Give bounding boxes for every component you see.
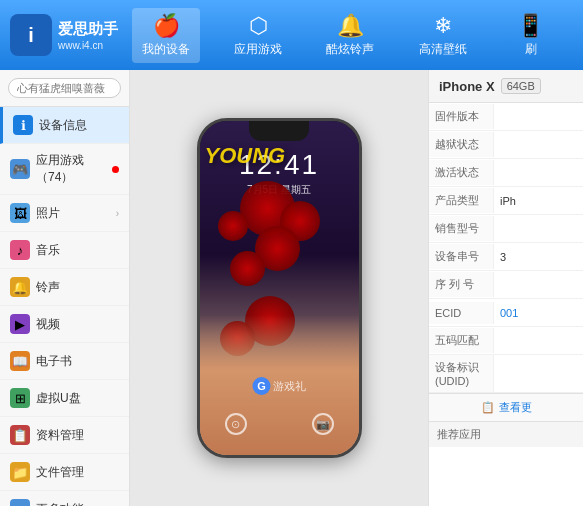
file-mgmt-sidebar-icon: 📁 [10, 462, 30, 482]
phone-notch [249, 121, 309, 141]
five-code-key: 五码匹配 [429, 328, 494, 353]
nav-apps-games[interactable]: ⬡ 应用游戏 [224, 8, 292, 63]
device-header: iPhone X 64GB [429, 70, 583, 103]
sidebar-item-video[interactable]: ▶ 视频 [0, 306, 129, 343]
product-type-val: iPh [494, 190, 574, 212]
red-blob-4 [218, 211, 248, 241]
info-row-five-code: 五码匹配 [429, 327, 583, 355]
apps-badge [112, 166, 119, 173]
sidebar-apps-label: 应用游戏（74） [36, 152, 110, 186]
product-type-key: 产品类型 [429, 188, 494, 213]
five-code-val [494, 336, 583, 346]
nav-ringtones-label: 酷炫铃声 [326, 41, 374, 58]
brand-url: www.i4.cn [58, 39, 118, 53]
serial-key: 设备串号 [429, 244, 494, 269]
firmware-val [494, 112, 583, 122]
logo-area: i 爱思助手 www.i4.cn [10, 14, 120, 56]
camera-icon: 📷 [312, 413, 334, 435]
info-row-sequence: 序 列 号 [429, 271, 583, 299]
sidebar-search-area [0, 70, 129, 107]
red-blob-5 [230, 251, 265, 286]
more-funcs-sidebar-icon: ⋯ [10, 499, 30, 506]
jailbreak-key: 越狱状态 [429, 132, 494, 157]
query-button[interactable]: 📋 查看更 [429, 393, 583, 421]
apple-icon: 🍎 [153, 13, 180, 39]
ecid-val: 001 [494, 302, 583, 324]
sidebar-item-apps[interactable]: 🎮 应用游戏（74） [0, 144, 129, 195]
sidebar-music-label: 音乐 [36, 242, 119, 259]
sequence-val [494, 280, 583, 290]
nav-apps-label: 应用游戏 [234, 41, 282, 58]
info-row-firmware: 固件版本 [429, 103, 583, 131]
info-row-sales-model: 销售型号 [429, 215, 583, 243]
usb-sidebar-icon: ⊞ [10, 388, 30, 408]
header: i 爱思助手 www.i4.cn 🍎 我的设备 ⬡ 应用游戏 🔔 酷炫铃声 ❄ … [0, 0, 583, 70]
game-label: 游戏礼 [273, 379, 306, 394]
sidebar-more-label: 更多功能 [36, 501, 110, 507]
game-g-icon: G [253, 377, 271, 395]
nav-wallpapers-label: 高清壁纸 [419, 41, 467, 58]
info-row-product-type: 产品类型 iPh [429, 187, 583, 215]
info-table: 固件版本 越狱状态 激活状态 产品类型 iPh 销售型号 设备串号 3 [429, 103, 583, 393]
nav-my-device[interactable]: 🍎 我的设备 [132, 8, 200, 63]
phone-screen: YOUNG 12:41 7月5日 星期五 G [200, 121, 359, 455]
sidebar-item-data-mgmt[interactable]: 📋 资料管理 [0, 417, 129, 454]
sidebar-item-music[interactable]: ♪ 音乐 [0, 232, 129, 269]
sales-model-val [494, 224, 583, 234]
device-storage: 64GB [501, 78, 541, 94]
sidebar-item-usb[interactable]: ⊞ 虚拟U盘 [0, 380, 129, 417]
nav-flash-label: 刷 [525, 41, 537, 58]
nav-items: 🍎 我的设备 ⬡ 应用游戏 🔔 酷炫铃声 ❄ 高清壁纸 📱 刷 [120, 8, 573, 63]
sidebar-usb-label: 虚拟U盘 [36, 390, 119, 407]
nav-wallpapers[interactable]: ❄ 高清壁纸 [409, 8, 477, 63]
sidebar-item-device-info[interactable]: ℹ 设备信息 [0, 107, 129, 144]
ringtones-sidebar-icon: 🔔 [10, 277, 30, 297]
sidebar-item-more-funcs[interactable]: ⋯ 更多功能 [0, 491, 129, 506]
music-sidebar-icon: ♪ [10, 240, 30, 260]
sidebar-photos-label: 照片 [36, 205, 116, 222]
udid-val [494, 369, 583, 379]
device-name: iPhone X [439, 79, 495, 94]
sidebar-video-label: 视频 [36, 316, 119, 333]
logo-icon: i [10, 14, 52, 56]
ecid-key: ECID [429, 302, 494, 324]
flashlight-icon: ⊙ [225, 413, 247, 435]
data-mgmt-sidebar-icon: 📋 [10, 425, 30, 445]
info-row-activation: 激活状态 [429, 159, 583, 187]
phone-preview-area: YOUNG 12:41 7月5日 星期五 G [130, 70, 428, 506]
info-row-jailbreak: 越狱状态 [429, 131, 583, 159]
brand-name: 爱思助手 [58, 18, 118, 39]
sidebar-item-ringtones[interactable]: 🔔 铃声 [0, 269, 129, 306]
sidebar: ℹ 设备信息 🎮 应用游戏（74） 🖼 照片 › ♪ 音乐 🔔 铃声 ▶ 视频 … [0, 70, 130, 506]
sidebar-device-info-label: 设备信息 [39, 117, 119, 134]
photos-sidebar-icon: 🖼 [10, 203, 30, 223]
apps-sidebar-icon: 🎮 [10, 159, 30, 179]
ebook-sidebar-icon: 📖 [10, 351, 30, 371]
query-label: 查看更 [499, 400, 532, 415]
main-content: ℹ 设备信息 🎮 应用游戏（74） 🖼 照片 › ♪ 音乐 🔔 铃声 ▶ 视频 … [0, 70, 583, 506]
device-info-icon: ℹ [13, 115, 33, 135]
nav-flash[interactable]: 📱 刷 [501, 8, 561, 63]
activation-val [494, 168, 583, 178]
search-input[interactable] [8, 78, 121, 98]
screen-young-text: YOUNG [205, 143, 286, 169]
game-watermark: G 游戏礼 [253, 377, 306, 395]
sidebar-item-photos[interactable]: 🖼 照片 › [0, 195, 129, 232]
info-row-serial: 设备串号 3 [429, 243, 583, 271]
sidebar-item-file-mgmt[interactable]: 📁 文件管理 [0, 454, 129, 491]
nav-ringtones[interactable]: 🔔 酷炫铃声 [316, 8, 384, 63]
udid-key: 设备标识(UDID) [429, 355, 494, 392]
firmware-key: 固件版本 [429, 104, 494, 129]
jailbreak-val [494, 140, 583, 150]
sidebar-data-label: 资料管理 [36, 427, 119, 444]
query-icon: 📋 [481, 401, 495, 414]
sidebar-item-ebook[interactable]: 📖 电子书 [0, 343, 129, 380]
info-row-udid: 设备标识(UDID) [429, 355, 583, 393]
sidebar-ebook-label: 电子书 [36, 353, 119, 370]
video-sidebar-icon: ▶ [10, 314, 30, 334]
logo-text: 爱思助手 www.i4.cn [58, 18, 118, 53]
arrow-icon: › [116, 208, 119, 219]
ringtone-icon: 🔔 [337, 13, 364, 39]
nav-my-device-label: 我的设备 [142, 41, 190, 58]
activation-key: 激活状态 [429, 160, 494, 185]
